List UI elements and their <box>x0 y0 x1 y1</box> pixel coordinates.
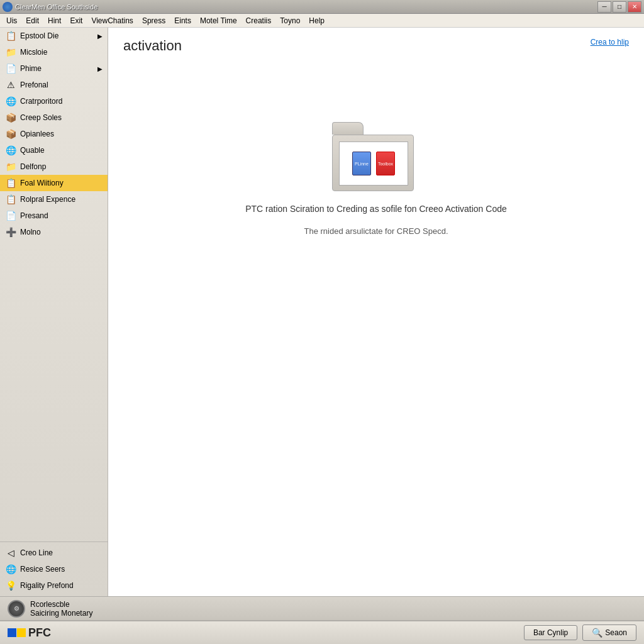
sidebar-bottom-label-resice-seers: Resice Seers <box>20 565 65 574</box>
sidebar-label-micsloie: Micsloie <box>20 48 47 57</box>
bottom-left: PFC <box>8 626 51 640</box>
activation-subdescription: The rnided arsulictate for CREO Specd. <box>304 226 448 236</box>
sidebar-label-molno: Molno <box>20 228 41 236</box>
maximize-button[interactable]: □ <box>613 1 626 13</box>
logo-square-yellow <box>17 628 26 637</box>
sidebar-item-cratrporitord[interactable]: 🌐Cratrporitord <box>0 93 108 109</box>
doc-icon-red: Toolbox <box>376 152 395 175</box>
title-bar: ClearMen Office Southside ─ □ ✕ <box>0 0 644 14</box>
menu-item-viewchatins[interactable]: ViewChatins <box>87 15 136 26</box>
menu-item-help[interactable]: Help <box>305 15 328 26</box>
folder-tab <box>332 122 364 135</box>
sidebar-label-prefonal: Prefonal <box>20 80 48 89</box>
sidebar-item-delfonp[interactable]: 📁Delfonp <box>0 158 108 175</box>
sidebar-item-epstool-die[interactable]: 📋Epstool Die▶ <box>0 28 108 44</box>
sidebar-icon-foal-wiitiony: 📋 <box>5 177 16 189</box>
ptc-logo-text: PFC <box>28 626 51 640</box>
search-button-label: Seaon <box>605 628 627 637</box>
sidebar-bottom-item-rigality-prefond[interactable]: 💡Rigality Prefond <box>0 577 108 594</box>
menu-item-moteltime[interactable]: Motel Time <box>196 15 241 26</box>
sidebar-label-rolpral-expence: Rolpral Expence <box>20 195 75 204</box>
folder-body: PLinne Toolbox <box>332 135 414 191</box>
menu-bar: UisEditHintExitViewChatinsSpressEintsMot… <box>0 14 644 28</box>
sidebar-label-phime: Phime <box>20 64 42 73</box>
main-layout: 📋Epstool Die▶📁Micsloie📄Phime▶⚠Prefonal🌐C… <box>0 28 644 596</box>
sidebar-item-creep-soles[interactable]: 📦Creep Soles <box>0 109 108 126</box>
status-icon: ⚙ <box>8 600 25 618</box>
sidebar-bottom-icon-creo-line: ◁ <box>5 547 16 558</box>
bottom-bar: PFC Bar Cynlip 🔍 Seaon <box>0 620 644 644</box>
sidebar-label-quable: Quable <box>20 146 45 155</box>
sidebar-icon-creep-soles: 📦 <box>5 112 16 123</box>
sidebar-icon-opianlees: 📦 <box>5 128 16 140</box>
sidebar-icon-rolpral-expence: 📋 <box>5 194 16 205</box>
sidebar-items: 📋Epstool Die▶📁Micsloie📄Phime▶⚠Prefonal🌐C… <box>0 28 108 240</box>
title-bar-left: ClearMen Office Southside <box>3 2 97 12</box>
logo-square-blue <box>8 628 16 637</box>
doc-icon-blue: PLinne <box>352 152 371 175</box>
title-bar-controls: ─ □ ✕ <box>597 1 641 13</box>
sidebar-label-cratrporitord: Cratrporitord <box>20 97 62 106</box>
sidebar-item-phime[interactable]: 📄Phime▶ <box>0 60 108 77</box>
sidebar-icon-prefonal: ⚠ <box>5 79 16 91</box>
menu-item-eints[interactable]: Eints <box>170 15 195 26</box>
sidebar-item-presand[interactable]: 📄Presand <box>0 208 108 224</box>
sidebar-bottom-item-creo-line[interactable]: ◁Creo Line <box>0 545 108 561</box>
sidebar-arrow-phime: ▶ <box>97 65 103 72</box>
sidebar-icon-quable: 🌐 <box>5 145 16 156</box>
bottom-buttons: Bar Cynlip 🔍 Seaon <box>524 625 636 641</box>
menu-item-edit[interactable]: Edit <box>22 15 43 26</box>
sidebar-icon-presand: 📄 <box>5 210 16 221</box>
sidebar: 📋Epstool Die▶📁Micsloie📄Phime▶⚠Prefonal🌐C… <box>0 28 108 596</box>
sidebar-label-presand: Presand <box>20 211 48 220</box>
page-title: activation <box>123 38 182 54</box>
sidebar-item-rolpral-expence[interactable]: 📋Rolpral Expence <box>0 191 108 208</box>
menu-item-uis[interactable]: Uis <box>3 15 21 26</box>
menu-item-hint[interactable]: Hint <box>44 15 65 26</box>
search-button[interactable]: 🔍 Seaon <box>582 625 636 641</box>
folder-inner: PLinne Toolbox <box>339 142 408 186</box>
menu-item-exit[interactable]: Exit <box>66 15 86 26</box>
app-icon <box>3 2 13 12</box>
search-icon: 🔍 <box>592 628 602 638</box>
menu-item-creatiis[interactable]: Creatiis <box>242 15 275 26</box>
sidebar-item-molno[interactable]: ➕Molno <box>0 224 108 240</box>
activation-description: PTC ration Sciration to Creding as sofil… <box>245 204 507 214</box>
title-bar-text: ClearMen Office Southside <box>15 3 97 11</box>
sidebar-label-creep-soles: Creep Soles <box>20 113 62 122</box>
status-gear-icon: ⚙ <box>14 605 19 612</box>
sidebar-bottom-icon-rigality-prefond: 💡 <box>5 580 16 591</box>
sidebar-icon-cratrporitord: 🌐 <box>5 96 16 107</box>
status-bar: ⚙ Rcorlescble Saiciring Monetary <box>0 596 644 620</box>
content-header: activation Crea to hlip <box>108 28 644 59</box>
sidebar-item-foal-wiitiony[interactable]: 📋Foal Wiitiony <box>0 175 108 191</box>
sidebar-icon-micsloie: 📁 <box>5 47 16 58</box>
sidebar-label-foal-wiitiony: Foal Wiitiony <box>20 179 64 187</box>
status-text-container: Rcorlescble Saiciring Monetary <box>30 600 92 618</box>
minimize-button[interactable]: ─ <box>597 1 611 13</box>
status-text-line1: Rcorlescble <box>30 600 92 609</box>
menu-item-spress[interactable]: Spress <box>138 15 169 26</box>
sidebar-label-delfonp: Delfonp <box>20 162 46 171</box>
sidebar-item-micsloie[interactable]: 📁Micsloie <box>0 44 108 60</box>
sidebar-item-prefonal[interactable]: ⚠Prefonal <box>0 77 108 93</box>
sidebar-bottom-icon-resice-seers: 🌐 <box>5 564 16 575</box>
sidebar-icon-molno: ➕ <box>5 226 16 238</box>
help-link[interactable]: Crea to hlip <box>591 38 629 47</box>
close-button[interactable]: ✕ <box>628 1 641 13</box>
sidebar-item-opianlees[interactable]: 📦Opianlees <box>0 126 108 142</box>
sidebar-bottom: ◁Creo Line🌐Resice Seers💡Rigality Prefond <box>0 541 108 596</box>
logo-squares <box>8 628 26 637</box>
sidebar-bottom-item-resice-seers[interactable]: 🌐Resice Seers <box>0 561 108 577</box>
back-button[interactable]: Bar Cynlip <box>524 625 577 640</box>
sidebar-label-opianlees: Opianlees <box>20 130 54 138</box>
back-button-label: Bar Cynlip <box>533 628 568 637</box>
sidebar-item-quable[interactable]: 🌐Quable <box>0 142 108 158</box>
sidebar-icon-epstool-die: 📋 <box>5 30 16 42</box>
menu-item-toyno[interactable]: Toyno <box>276 15 304 26</box>
status-text-line2: Saiciring Monetary <box>30 609 92 618</box>
content-area: activation Crea to hlip PLinne Toolbox <box>108 28 644 596</box>
folder-illustration: PLinne Toolbox <box>332 109 420 191</box>
sidebar-icon-phime: 📄 <box>5 63 16 74</box>
sidebar-arrow-epstool-die: ▶ <box>97 33 103 40</box>
